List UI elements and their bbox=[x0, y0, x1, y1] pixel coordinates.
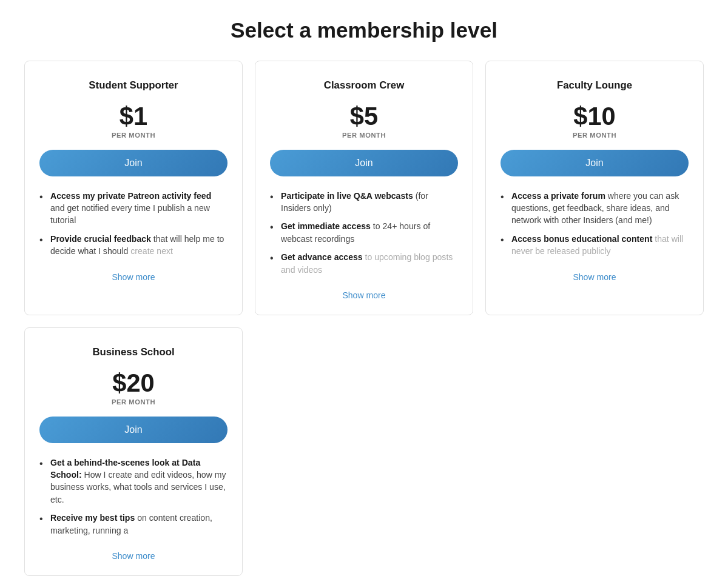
benefit-bold: Participate in live Q&A webcasts bbox=[281, 191, 413, 201]
benefit-faded: create next bbox=[130, 246, 173, 256]
benefit-item: Receive my best tips on content creation… bbox=[39, 512, 228, 537]
benefits-list-business-school: Get a behind-the-scenes look at Data Sch… bbox=[39, 457, 228, 543]
card-title-business-school: Business School bbox=[39, 346, 228, 358]
page-title: Select a membership level bbox=[24, 18, 704, 42]
card-student-supporter: Student Supporter $1 PER MONTH Join Acce… bbox=[24, 61, 243, 315]
card-faculty-lounge: Faculty Lounge $10 PER MONTH Join Access… bbox=[485, 61, 704, 315]
join-button-business-school[interactable]: Join bbox=[39, 417, 228, 443]
bottom-cards-grid: Business School $20 PER MONTH Join Get a… bbox=[24, 327, 704, 576]
show-more-classroom-crew[interactable]: Show more bbox=[270, 290, 458, 300]
benefit-item: Access my private Patreon activity feed … bbox=[39, 190, 228, 227]
card-price-business-school: $20 bbox=[39, 370, 228, 396]
empty-slot-2 bbox=[485, 327, 704, 576]
card-business-school: Business School $20 PER MONTH Join Get a… bbox=[24, 327, 243, 576]
card-price-classroom-crew: $5 bbox=[270, 104, 458, 129]
benefit-item: Access bonus educational content that wi… bbox=[500, 233, 689, 258]
benefit-bold: Access a private forum bbox=[511, 191, 605, 201]
empty-slot-1 bbox=[255, 327, 473, 576]
benefit-normal: and get notified every time I publish a … bbox=[50, 203, 210, 225]
join-button-classroom-crew[interactable]: Join bbox=[270, 150, 458, 176]
benefit-bold: Get advance access bbox=[281, 252, 363, 262]
card-title-classroom-crew: Classroom Crew bbox=[270, 79, 458, 92]
card-title-faculty-lounge: Faculty Lounge bbox=[500, 79, 689, 92]
top-cards-grid: Student Supporter $1 PER MONTH Join Acce… bbox=[24, 61, 704, 315]
card-classroom-crew: Classroom Crew $5 PER MONTH Join Partici… bbox=[255, 61, 473, 315]
show-more-business-school[interactable]: Show more bbox=[39, 551, 228, 561]
benefits-list-faculty-lounge: Access a private forum where you can ask… bbox=[500, 190, 689, 264]
benefit-item: Participate in live Q&A webcasts (for In… bbox=[270, 190, 458, 215]
card-per-month-faculty-lounge: PER MONTH bbox=[500, 132, 689, 139]
benefit-bold: Access bonus educational content bbox=[511, 234, 652, 244]
benefit-bold: Get immediate access bbox=[281, 221, 371, 231]
show-more-faculty-lounge[interactable]: Show more bbox=[500, 272, 689, 282]
benefits-list-student-supporter: Access my private Patreon activity feed … bbox=[39, 190, 228, 264]
card-per-month-classroom-crew: PER MONTH bbox=[270, 132, 458, 139]
benefit-item: Get a behind-the-scenes look at Data Sch… bbox=[39, 457, 228, 506]
join-button-faculty-lounge[interactable]: Join bbox=[500, 150, 689, 176]
card-per-month-student-supporter: PER MONTH bbox=[39, 132, 228, 139]
benefit-bold: Receive my best tips bbox=[50, 513, 135, 523]
benefit-item: Get immediate access to 24+ hours of web… bbox=[270, 220, 458, 245]
card-price-faculty-lounge: $10 bbox=[500, 104, 689, 129]
benefit-item: Get advance access to upcoming blog post… bbox=[270, 251, 458, 276]
card-title-student-supporter: Student Supporter bbox=[39, 79, 228, 92]
card-price-student-supporter: $1 bbox=[39, 104, 228, 129]
join-button-student-supporter[interactable]: Join bbox=[39, 150, 228, 176]
benefit-bold: Provide crucial feedback bbox=[50, 234, 151, 244]
benefit-item: Provide crucial feedback that will help … bbox=[39, 233, 228, 258]
benefits-list-classroom-crew: Participate in live Q&A webcasts (for In… bbox=[270, 190, 458, 282]
card-per-month-business-school: PER MONTH bbox=[39, 398, 228, 406]
show-more-student-supporter[interactable]: Show more bbox=[39, 272, 228, 282]
benefit-item: Access a private forum where you can ask… bbox=[500, 190, 689, 227]
benefit-bold: Access my private Patreon activity feed bbox=[50, 191, 211, 201]
